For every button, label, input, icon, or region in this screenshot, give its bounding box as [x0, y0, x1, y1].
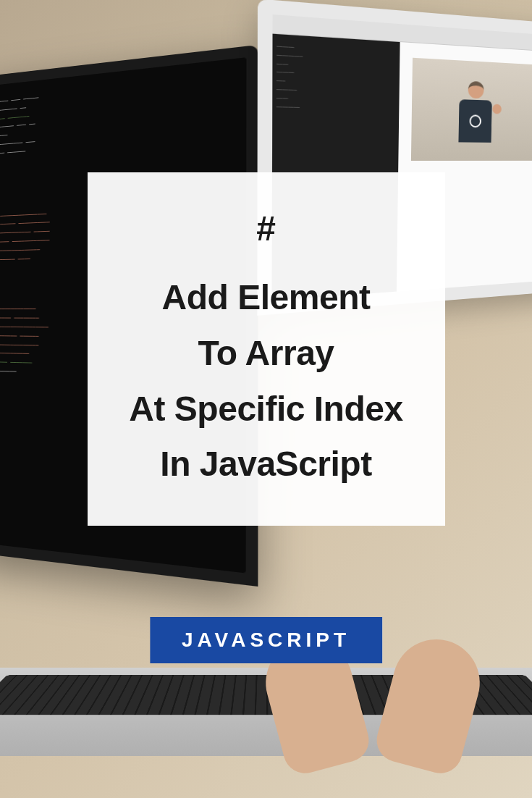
title-line-4: In JavaScript	[109, 437, 423, 492]
category-badge: JAVASCRIPT	[150, 617, 382, 663]
title-line-2: To Array	[109, 326, 423, 382]
title-line-3: At Specific Index	[109, 382, 423, 437]
title-card: # Add Element To Array At Specific Index…	[88, 172, 445, 526]
video-thumbnail	[411, 58, 532, 161]
hash-symbol: #	[109, 209, 423, 248]
title-line-1: Add Element	[109, 270, 423, 326]
